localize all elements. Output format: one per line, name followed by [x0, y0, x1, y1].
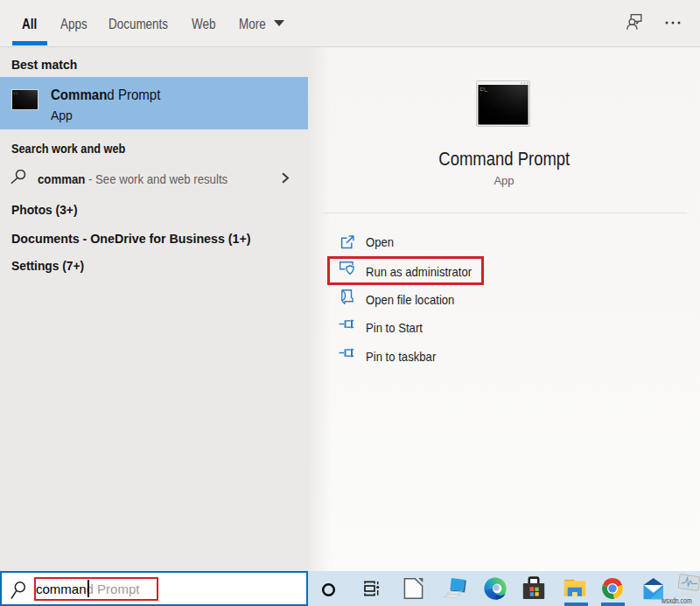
svg-text:C:\_: C:\_: [480, 87, 488, 92]
svg-text:C:\: C:\: [13, 92, 18, 95]
